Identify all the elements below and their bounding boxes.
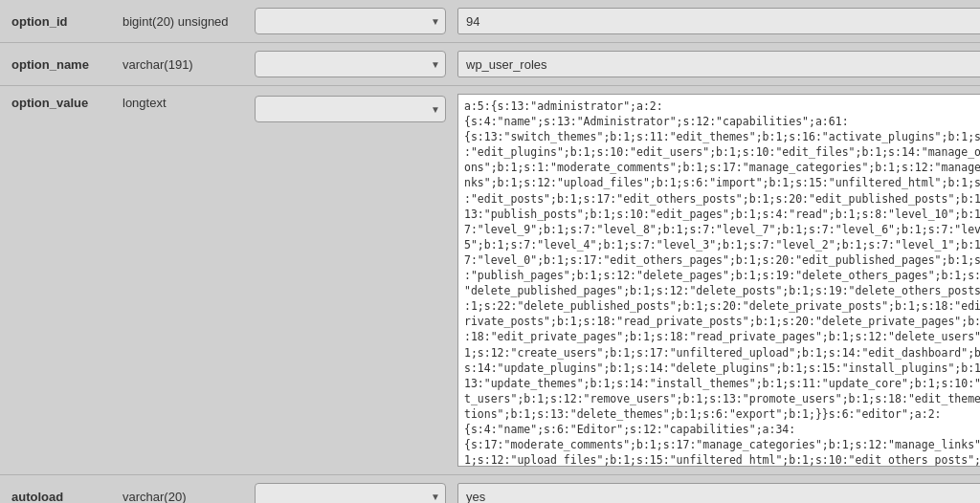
input-option-id[interactable]: [457, 8, 980, 34]
col-type-autoload: varchar(20): [115, 475, 249, 503]
col-value-option-value: a:5:{s:13:"administrator";a:2:{s:4:"name…: [452, 86, 980, 474]
field-type-autoload: varchar(20): [122, 490, 186, 504]
col-name-option-name: option_name: [0, 43, 115, 85]
col-name-autoload: autoload: [0, 475, 115, 503]
select-wrapper-option-id[interactable]: ▼: [255, 8, 446, 34]
col-name-option-id: option_id: [0, 0, 115, 42]
textarea-option-value[interactable]: a:5:{s:13:"administrator";a:2:{s:4:"name…: [457, 94, 980, 467]
col-input-autoload: ▼: [249, 475, 452, 503]
row-option-value: option_value longtext ▼ a:5:{s:13:"admin…: [0, 86, 980, 475]
select-option-value[interactable]: [255, 96, 446, 122]
row-autoload: autoload varchar(20) ▼: [0, 475, 980, 503]
field-type-option-value: longtext: [122, 96, 167, 110]
col-type-option-id: bigint(20) unsigned: [115, 0, 249, 42]
field-name-option-id: option_id: [11, 14, 68, 29]
field-type-option-id: bigint(20) unsigned: [122, 14, 229, 29]
select-option-id[interactable]: [255, 8, 446, 34]
col-input-option-id: ▼: [249, 0, 452, 42]
input-option-name[interactable]: [457, 51, 980, 77]
row-option-name: option_name varchar(191) ▼: [0, 43, 980, 86]
col-name-option-value: option_value: [0, 86, 115, 120]
field-name-autoload: autoload: [11, 490, 63, 504]
field-type-option-name: varchar(191): [122, 57, 193, 72]
col-input-option-name: ▼: [249, 43, 452, 85]
col-value-option-id: [452, 0, 980, 42]
row-option-id: option_id bigint(20) unsigned ▼: [0, 0, 980, 43]
select-wrapper-autoload[interactable]: ▼: [255, 483, 446, 503]
select-wrapper-option-value[interactable]: ▼: [255, 96, 446, 122]
select-autoload[interactable]: [255, 483, 446, 503]
col-value-option-name: [452, 43, 980, 85]
field-name-option-name: option_name: [11, 57, 89, 72]
input-autoload[interactable]: [457, 483, 980, 503]
data-table: option_id bigint(20) unsigned ▼ option_n…: [0, 0, 980, 503]
select-wrapper-option-name[interactable]: ▼: [255, 51, 446, 77]
col-input-option-value: ▼: [249, 86, 452, 130]
col-value-autoload: [452, 475, 980, 503]
field-name-option-value: option_value: [11, 96, 88, 110]
col-type-option-name: varchar(191): [115, 43, 249, 85]
select-option-name[interactable]: [255, 51, 446, 77]
col-type-option-value: longtext: [115, 86, 249, 120]
